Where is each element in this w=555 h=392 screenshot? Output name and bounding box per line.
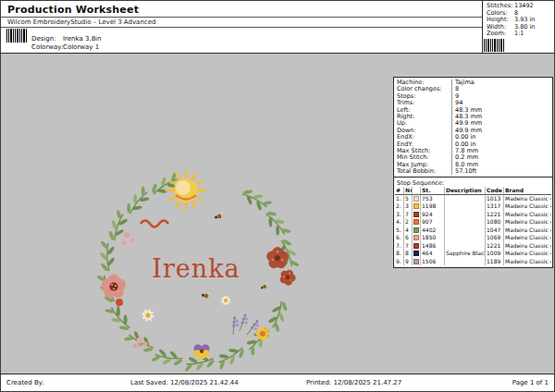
colorway-value: Colorway 1 (63, 43, 99, 52)
design-canvas: Irenka (1, 54, 393, 375)
stats-barcode (484, 39, 505, 52)
wreath-branch (121, 184, 154, 219)
machine-row-value: 9 (451, 93, 552, 100)
thread-brand: Madeira Classic 40 (504, 234, 551, 242)
col-header-num: # (395, 187, 404, 195)
machine-row-value: 8 (451, 86, 552, 92)
squiggle-accent (141, 221, 168, 227)
daisy-flower (140, 307, 155, 323)
wreath-branch (213, 342, 249, 372)
row-num: 2. (395, 202, 404, 211)
stop-sequence-title: Stop Sequence: (394, 178, 552, 187)
col-header-description: Description (445, 187, 486, 195)
thread-description (445, 234, 486, 242)
col-header-st: St. (421, 187, 445, 195)
machine-info: Machine:Tajima Color changes:8 Stops:9 T… (394, 78, 552, 177)
needle-num: 7 (404, 242, 413, 251)
wreath-branch (99, 240, 115, 272)
row-num: 7. (395, 242, 404, 251)
stat-label: Zoom: (487, 31, 514, 38)
thread-code: 1221 (486, 211, 504, 219)
thread-brand: Madeira Classic 40 (504, 250, 551, 258)
stat-row-zoom: Zoom:1:1 (487, 31, 554, 38)
thread-color-swatch (413, 219, 419, 225)
stitch-count: 1486 (421, 242, 445, 251)
thread-code: 1221 (486, 242, 504, 251)
thread-brand: Madeira Classic 40 (504, 258, 551, 266)
pink-buds (122, 232, 135, 245)
design-barcode (6, 29, 28, 43)
stitch-count: 1198 (421, 202, 445, 211)
thread-color-swatch (413, 243, 419, 249)
worksheet-footer: Created By: Last Saved: 12/08/2025 21.42… (1, 374, 554, 391)
stitch-count: 464 (421, 250, 445, 258)
wreath-branch (265, 298, 291, 333)
swatch-cell (413, 234, 421, 242)
row-num: 3. (395, 211, 404, 219)
swatch-cell (413, 258, 421, 266)
thread-brand: Madeira Classic 40 (504, 218, 551, 227)
row-num: 8. (395, 250, 404, 258)
thread-code: 1069 (486, 234, 504, 242)
thread-brand: Madeira Classic 40 (504, 211, 551, 219)
needle-num: 8 (404, 250, 413, 258)
col-header-swatch (413, 187, 421, 195)
thread-code: 1047 (486, 227, 504, 235)
thread-brand: Madeira Classic 40 (504, 242, 551, 251)
thread-code: 1013 (486, 195, 504, 203)
needle-num: 9 (404, 258, 413, 266)
irenka-text: Irenka (152, 254, 240, 283)
needle-num: 5 (404, 195, 413, 203)
embroidery-design-svg: Irenka (89, 163, 311, 385)
thread-description (445, 227, 486, 235)
daisy-flower (219, 294, 232, 307)
page-title: Production Worksheet (7, 4, 139, 16)
stitch-count: 753 (421, 195, 445, 203)
wreath-branch (239, 185, 275, 214)
machine-row-value: Tajima (451, 80, 552, 86)
thread-description (445, 218, 486, 227)
row-num: 9. (395, 258, 404, 266)
swatch-cell (413, 211, 421, 219)
thread-color-swatch (413, 227, 419, 233)
production-worksheet-page: Production Worksheet Wilcom EmbroiderySt… (0, 0, 555, 392)
thread-color-swatch (413, 251, 419, 256)
design-label: Design: (31, 35, 63, 43)
thread-description: Sapphire Black (445, 250, 486, 258)
needle-num: 3 (404, 202, 413, 211)
machine-row-value: 57.10ft (451, 168, 552, 175)
swatch-cell (413, 242, 421, 251)
thread-description (445, 195, 486, 203)
swatch-cell (413, 202, 421, 211)
bee-icon (202, 291, 212, 299)
swatch-cell (413, 227, 421, 235)
thread-code: 1317 (486, 202, 504, 211)
col-header-needle: N# (404, 187, 413, 195)
wreath-branch (151, 347, 185, 368)
wreath-branch (105, 208, 130, 243)
thread-description (445, 258, 486, 266)
needle-num: 2 (404, 218, 413, 227)
thread-description (445, 202, 486, 211)
bee-icon (214, 212, 224, 219)
stitch-count: 1506 (421, 258, 445, 266)
machine-row: Color changes:8 (394, 86, 552, 92)
needle-num: 4 (404, 227, 413, 235)
created-by-label: Created By: (6, 379, 44, 386)
thread-brand: Madeira Classic 40 (504, 195, 551, 203)
stitch-count: 924 (421, 211, 445, 219)
bee-icon (260, 282, 269, 289)
thread-code: 1080 (486, 218, 504, 227)
yellow-flower (255, 326, 270, 341)
rust-flower (278, 267, 298, 288)
thread-description (445, 242, 486, 251)
machine-panel: Machine:Tajima Color changes:8 Stops:9 T… (393, 77, 553, 268)
stop-sequence-table: # N# St. Description Code Brand 1. 5 753… (394, 187, 552, 267)
needle-num: 6 (404, 234, 413, 242)
wreath-branch (261, 206, 294, 241)
needle-num: 7 (404, 211, 413, 219)
row-num: 6. (395, 234, 404, 242)
stitch-count: 4402 (421, 227, 445, 235)
machine-row: Stops:9 (394, 93, 552, 100)
colorway-row: Colorway: Colorway 1 (31, 43, 102, 52)
